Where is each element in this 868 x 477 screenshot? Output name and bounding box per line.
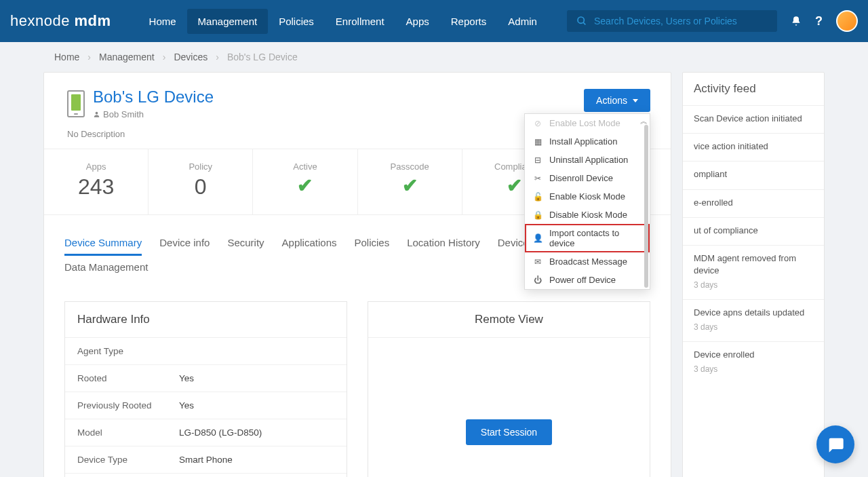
activity-feed: Activity feed Scan Device action initiat… — [682, 72, 825, 477]
hw-value: Yes — [179, 400, 194, 411]
feed-text: ut of compliance — [694, 225, 813, 237]
hw-label: Device Type — [77, 455, 179, 465]
action-label: Disable Kiosk Mode — [549, 210, 627, 220]
action-power-off-device[interactable]: ⏻Power off Device — [525, 271, 650, 289]
feed-text: Device enrolled — [694, 349, 813, 361]
breadcrumb-separator: › — [163, 52, 166, 62]
action-icon: ⊘ — [533, 119, 542, 128]
tab-policies[interactable]: Policies — [354, 231, 389, 256]
action-disenroll-device[interactable]: ✂Disenroll Device — [525, 169, 650, 187]
action-icon: 🔒 — [533, 210, 542, 220]
action-restart-device[interactable]: ↻Restart Device — [525, 289, 650, 290]
action-label: Disenroll Device — [549, 173, 613, 183]
feed-title: Activity feed — [683, 73, 824, 105]
device-title: Bob's LG Device — [93, 88, 214, 107]
stat-active: Active✔ — [253, 149, 357, 214]
hw-label: Previously Rooted — [77, 400, 179, 411]
feed-item: Device enrolled3 days — [683, 341, 824, 383]
action-import-contacts-to-device[interactable]: 👤Import contacts to device — [525, 224, 650, 252]
breadcrumb-link[interactable]: Devices — [174, 52, 208, 62]
chat-icon — [826, 435, 845, 454]
hw-row: RootedYes — [65, 365, 347, 392]
action-disable-kiosk-mode[interactable]: 🔒Disable Kiosk Mode — [525, 206, 650, 224]
dropdown-scrollbar[interactable] — [644, 125, 648, 288]
hw-label: Rooted — [77, 373, 179, 383]
feed-text: ompliant — [694, 168, 813, 180]
feed-item: MDM agent removed from device3 days — [683, 245, 824, 299]
tab-applications[interactable]: Applications — [282, 231, 337, 256]
action-icon: 👤 — [533, 233, 542, 243]
hw-value: LG-D850 (LG-D850) — [179, 427, 262, 438]
feed-time: 3 days — [694, 322, 813, 333]
tab-location-history[interactable]: Location History — [407, 231, 480, 256]
action-label: Import contacts to device — [549, 228, 642, 248]
action-enable-lost-mode: ⊘Enable Lost Mode — [525, 114, 650, 132]
feed-text: vice action initiated — [694, 140, 813, 153]
stat-label: Passcode — [358, 161, 462, 172]
breadcrumb-separator: › — [87, 52, 91, 62]
action-broadcast-message[interactable]: ✉Broadcast Message — [525, 252, 650, 271]
scroll-up-icon[interactable]: ︽ — [640, 116, 648, 126]
feed-item: Scan Device action initiated — [683, 105, 824, 133]
logo: hexnode mdm — [10, 12, 111, 30]
nav-apps[interactable]: Apps — [395, 9, 440, 34]
main-panel: Bob's LG Device Bob Smith Actions No Des… — [43, 72, 671, 477]
nav-admin[interactable]: Admin — [497, 9, 548, 34]
tab-device-info[interactable]: Device info — [159, 231, 210, 256]
action-icon: ✂ — [533, 174, 542, 183]
avatar[interactable] — [836, 10, 858, 32]
remote-title: Remote View — [368, 302, 650, 338]
start-session-button[interactable]: Start Session — [466, 419, 552, 445]
hw-label: Model — [77, 427, 179, 438]
tab-data-management[interactable]: Data Management — [64, 256, 148, 280]
feed-text: Scan Device action initiated — [694, 113, 813, 125]
breadcrumb-link[interactable]: Management — [99, 52, 155, 62]
search-input[interactable] — [594, 16, 768, 26]
hw-row: ModelLG-D850 (LG-D850) — [65, 419, 347, 446]
svg-point-2 — [96, 112, 98, 115]
hw-label: Agent Type — [77, 346, 179, 356]
search-icon — [576, 16, 587, 26]
stat-label: Apps — [44, 161, 148, 172]
breadcrumb-current: Bob's LG Device — [227, 52, 298, 62]
feed-time: 3 days — [694, 280, 813, 291]
search-box[interactable] — [567, 10, 777, 32]
action-icon: ▦ — [533, 137, 542, 147]
remote-view-panel: Remote View Start Session — [368, 301, 650, 477]
action-install-application[interactable]: ▦Install Application — [525, 132, 650, 151]
feed-item: Device apns details updated3 days — [683, 299, 824, 341]
action-uninstall-application[interactable]: ⊟Uninstall Application — [525, 151, 650, 169]
hardware-title: Hardware Info — [65, 302, 347, 338]
topnav-right: ? — [791, 10, 858, 32]
nav-home[interactable]: Home — [138, 9, 187, 34]
tab-security[interactable]: Security — [227, 231, 264, 256]
breadcrumb-link[interactable]: Home — [54, 52, 79, 62]
action-label: Uninstall Application — [549, 155, 628, 165]
feed-item: vice action initiated — [683, 133, 824, 161]
help-icon[interactable]: ? — [815, 14, 823, 28]
tab-device-summary[interactable]: Device Summary — [64, 231, 142, 256]
action-label: Power off Device — [549, 275, 616, 285]
hw-row: Device TypeSmart Phone — [65, 446, 347, 474]
feed-text: MDM agent removed from device — [694, 252, 813, 277]
nav-management[interactable]: Management — [187, 9, 269, 34]
action-icon: ⏻ — [533, 275, 542, 285]
action-enable-kiosk-mode[interactable]: 🔓Enable Kiosk Mode — [525, 187, 650, 206]
nav-enrollment[interactable]: Enrollment — [325, 9, 395, 34]
action-icon: ✉ — [533, 257, 542, 267]
action-label: Install Application — [549, 136, 617, 147]
bell-icon[interactable] — [791, 16, 802, 26]
feed-time: 3 days — [694, 364, 813, 375]
breadcrumb-separator: › — [216, 52, 219, 62]
feed-item: e-enrolled — [683, 189, 824, 217]
top-navigation: hexnode mdm HomeManagementPoliciesEnroll… — [0, 0, 868, 42]
stat-policy: Policy0 — [149, 149, 253, 214]
chat-button[interactable] — [816, 425, 854, 463]
hardware-panel: Hardware Info Agent TypeRootedYesPreviou… — [64, 301, 347, 477]
nav-reports[interactable]: Reports — [440, 9, 498, 34]
nav-policies[interactable]: Policies — [268, 9, 325, 34]
actions-dropdown: ⊘Enable Lost Mode▦Install Application⊟Un… — [524, 113, 650, 290]
stat-label: Active — [253, 161, 357, 172]
hw-value: Yes — [179, 373, 194, 383]
actions-button[interactable]: Actions — [584, 89, 650, 112]
